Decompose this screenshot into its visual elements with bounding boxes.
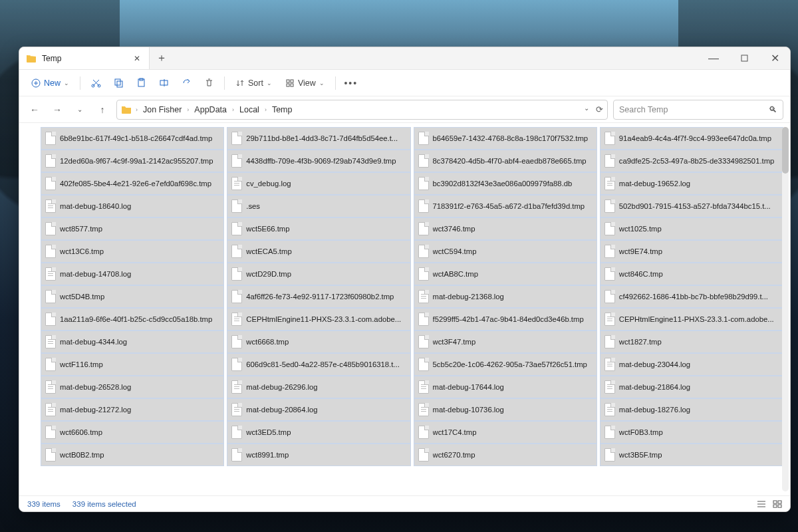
details-view-icon[interactable] xyxy=(757,500,766,508)
file-item[interactable]: wct3B5F.tmp xyxy=(600,444,783,466)
file-item[interactable]: 5cb5c20e-1c06-4262-905a-73ae57f26c51.tmp xyxy=(414,353,597,376)
file-item[interactable]: 91a4eab9-4c4a-4f7f-9cc4-993ee647dc0a.tmp xyxy=(600,127,783,150)
file-item[interactable]: wct5E66.tmp xyxy=(227,217,410,240)
refresh-icon[interactable]: ⟳ xyxy=(596,104,603,114)
close-tab-icon[interactable]: ✕ xyxy=(132,53,142,64)
file-item[interactable]: wctC594.tmp xyxy=(414,240,597,263)
file-item[interactable]: wct6668.tmp xyxy=(227,331,410,353)
file-item[interactable]: wctF0B3.tmp xyxy=(600,421,783,444)
file-item[interactable]: mat-debug-21864.log xyxy=(600,376,783,398)
file-item[interactable]: 718391f2-e763-45a5-a672-d1ba7fefd39d.tmp xyxy=(414,195,597,217)
file-item[interactable]: bc3902d8132f43e3ae086a009979fa88.db xyxy=(414,172,597,195)
tab-temp[interactable]: Temp ✕ xyxy=(19,47,150,69)
file-item[interactable]: cv_debug.log xyxy=(227,172,410,195)
trash-icon xyxy=(204,78,214,88)
sort-button[interactable]: Sort ⌄ xyxy=(230,73,277,93)
cut-button[interactable] xyxy=(86,73,106,93)
new-button[interactable]: New ⌄ xyxy=(26,73,74,93)
file-item[interactable]: wct5D4B.tmp xyxy=(41,285,224,308)
file-item[interactable]: wct13C6.tmp xyxy=(41,240,224,263)
minimize-button[interactable]: ― xyxy=(698,47,729,69)
file-item[interactable]: 12ded60a-9f67-4c9f-99a1-2142ac955207.tmp xyxy=(41,150,224,172)
file-item[interactable]: mat-debug-26296.log xyxy=(227,376,410,398)
maximize-button[interactable] xyxy=(729,47,759,69)
file-item[interactable]: ca9dfe25-2c53-497a-8b25-de3334982501.tmp xyxy=(600,150,783,172)
more-button[interactable]: ••• xyxy=(341,73,361,93)
file-item[interactable]: wct3746.tmp xyxy=(414,217,597,240)
file-item[interactable]: b64659e7-1432-4768-8c8a-198c170f7532.tmp xyxy=(414,127,597,150)
share-button[interactable] xyxy=(176,73,196,93)
file-item[interactable]: wct6270.tmp xyxy=(414,444,597,466)
file-item[interactable]: CEPHtmlEngine11-PHXS-23.3.1-com.adobe... xyxy=(227,308,410,331)
file-item[interactable]: wct3F47.tmp xyxy=(414,331,597,353)
file-item[interactable]: mat-debug-20864.log xyxy=(227,398,410,421)
recent-button[interactable]: ⌄ xyxy=(71,101,88,118)
new-tab-button[interactable]: ＋ xyxy=(150,47,174,69)
file-item[interactable]: 4af6ff26-fe73-4e92-9117-1723f60980b2.tmp xyxy=(227,285,410,308)
file-item[interactable]: wct1827.tmp xyxy=(600,331,783,353)
file-item[interactable]: mat-debug-4344.log xyxy=(41,331,224,353)
large-icons-view-icon[interactable] xyxy=(773,500,782,508)
back-button[interactable]: ← xyxy=(26,101,43,118)
file-item[interactable]: 6b8e91bc-617f-49c1-b518-c26647cdf4ad.tmp xyxy=(41,127,224,150)
file-item[interactable]: wctF116.tmp xyxy=(41,353,224,376)
breadcrumb-segment[interactable]: Temp xyxy=(271,105,294,114)
chevron-right-icon[interactable]: › xyxy=(134,106,139,113)
scrollbar-thumb[interactable] xyxy=(782,127,789,174)
file-item[interactable]: mat-debug-19652.log xyxy=(600,172,783,195)
file-item[interactable]: wct8577.tmp xyxy=(41,217,224,240)
chevron-right-icon[interactable]: › xyxy=(186,106,190,113)
address-bar[interactable]: › Jon Fisher › AppData › Local › Temp ⌄ … xyxy=(116,100,608,120)
copy-button[interactable] xyxy=(108,73,128,93)
file-item[interactable]: f5299ff5-42b1-47ac-9b41-84ed0cd3e46b.tmp xyxy=(414,308,597,331)
breadcrumb-segment[interactable]: AppData xyxy=(193,105,228,114)
chevron-down-icon[interactable]: ⌄ xyxy=(584,104,589,114)
rename-button[interactable] xyxy=(154,73,174,93)
file-item[interactable]: wctD29D.tmp xyxy=(227,263,410,285)
file-item[interactable]: mat-debug-10736.log xyxy=(414,398,597,421)
file-item[interactable]: wctAB8C.tmp xyxy=(414,263,597,285)
breadcrumb-segment[interactable]: Jon Fisher xyxy=(142,105,183,114)
file-item[interactable]: mat-debug-26528.log xyxy=(41,376,224,398)
file-item[interactable]: 502bd901-7915-4153-a527-bfda7344bc15.t..… xyxy=(600,195,783,217)
file-item[interactable]: 1aa211a9-6f6e-40f1-b25c-c5d9cc05a18b.tmp xyxy=(41,308,224,331)
up-button[interactable]: ↑ xyxy=(94,101,111,118)
breadcrumb-segment[interactable]: Local xyxy=(238,105,261,114)
file-item[interactable]: wct1025.tmp xyxy=(600,217,783,240)
file-icon xyxy=(418,154,429,168)
paste-button[interactable] xyxy=(131,73,151,93)
file-item[interactable]: 606d9c81-5ed0-4a22-857e-c485b9016318.t..… xyxy=(227,353,410,376)
file-item[interactable]: 4438dffb-709e-4f3b-9069-f29ab743d9e9.tmp xyxy=(227,150,410,172)
file-item[interactable]: wct3ED5.tmp xyxy=(227,421,410,444)
file-item[interactable]: wct8991.tmp xyxy=(227,444,410,466)
file-item[interactable]: wct6606.tmp xyxy=(41,421,224,444)
file-item[interactable]: wct846C.tmp xyxy=(600,263,783,285)
file-item[interactable]: mat-debug-17644.log xyxy=(414,376,597,398)
forward-button[interactable]: → xyxy=(49,101,66,118)
file-item[interactable]: mat-debug-18276.log xyxy=(600,398,783,421)
scrollbar[interactable] xyxy=(782,127,789,491)
close-window-button[interactable]: ✕ xyxy=(759,47,790,69)
file-item[interactable]: mat-debug-18640.log xyxy=(41,195,224,217)
file-icon xyxy=(231,335,242,348)
search-box[interactable]: Search Temp 🔍︎ xyxy=(613,100,783,120)
file-item[interactable]: wct9E74.tmp xyxy=(600,240,783,263)
view-button[interactable]: View ⌄ xyxy=(280,73,330,93)
file-item[interactable]: 29b711bd-b8e1-4dd3-8c71-7d64fb5d54ee.t..… xyxy=(227,127,410,150)
file-item[interactable]: cf492662-1686-41bb-bc7b-bbfe98b29d99.t..… xyxy=(600,285,783,308)
file-name: wctECA5.tmp xyxy=(246,247,291,255)
file-item[interactable]: wct17C4.tmp xyxy=(414,421,597,444)
file-item[interactable]: .ses xyxy=(227,195,410,217)
file-item[interactable]: 8c378420-4d5b-4f70-abf4-eaedb878e665.tmp xyxy=(414,150,597,172)
chevron-right-icon[interactable]: › xyxy=(231,106,235,113)
file-item[interactable]: mat-debug-21272.log xyxy=(41,398,224,421)
file-item[interactable]: mat-debug-23044.log xyxy=(600,353,783,376)
file-item[interactable]: wctECA5.tmp xyxy=(227,240,410,263)
file-item[interactable]: mat-debug-14708.log xyxy=(41,263,224,285)
file-item[interactable]: CEPHtmlEngine11-PHXS-23.3.1-com.adobe... xyxy=(600,308,783,331)
file-item[interactable]: mat-debug-21368.log xyxy=(414,285,597,308)
file-item[interactable]: wctB0B2.tmp xyxy=(41,444,224,466)
file-item[interactable]: 402fe085-5be4-4e21-92e6-e7efd0af698c.tmp xyxy=(41,172,224,195)
chevron-right-icon[interactable]: › xyxy=(263,106,268,113)
delete-button[interactable] xyxy=(199,73,219,93)
